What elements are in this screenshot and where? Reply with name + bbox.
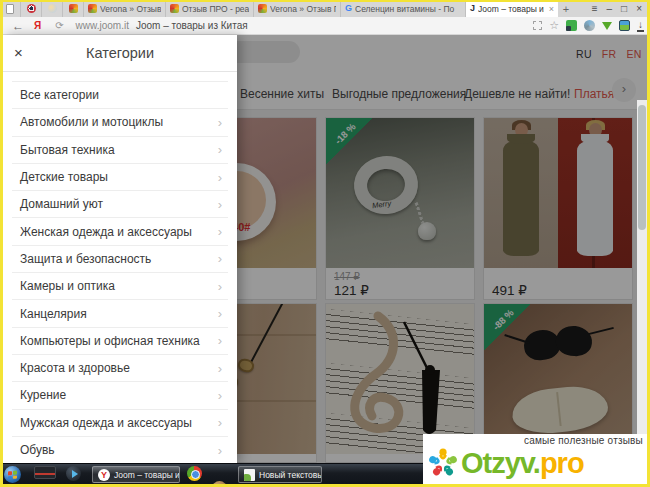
tab-title: Verona » Отзыв ПРО - реа: [100, 4, 161, 14]
tab-title: Joom – товары из Кита: [478, 4, 544, 14]
chevron-right-icon: ›: [218, 333, 222, 348]
category-cameras[interactable]: Камеры и оптика›: [12, 273, 228, 300]
category-men[interactable]: Мужская одежда и аксессуары›: [12, 410, 228, 437]
brand-otzyv: Otzyv.: [461, 445, 540, 481]
back-icon[interactable]: ←: [12, 19, 24, 33]
restore-icon[interactable]: □: [621, 3, 627, 14]
panel-header: × Категории: [3, 35, 237, 72]
tab-google-search[interactable]: G Селенцин витамины - По: [341, 0, 466, 17]
adblock-extension-icon[interactable]: [566, 20, 577, 31]
chrome-icon[interactable]: [187, 466, 202, 481]
category-smoking[interactable]: Курение›: [12, 382, 228, 409]
bookmark-star-icon[interactable]: ☆: [549, 20, 559, 31]
category-women[interactable]: Женская одежда и аксессуары›: [12, 218, 228, 245]
tab-joom-active[interactable]: J Joom – товары из Кита ×: [466, 0, 558, 17]
target-icon: [27, 4, 36, 13]
category-beauty[interactable]: Красота и здоровье›: [12, 355, 228, 382]
address-bar-actions: ☆ ↓: [533, 20, 650, 32]
tab-verona-2[interactable]: Verona » Отзыв ПРО - реа: [254, 0, 341, 17]
window-controls: ≡ – □ ×: [588, 0, 650, 17]
savefrom-extension-icon[interactable]: [602, 22, 612, 30]
frame-border: [0, 0, 650, 2]
otzyv-pinwheel-icon: [425, 445, 461, 481]
media-extension-icon[interactable]: [619, 20, 630, 31]
page-scrollbar[interactable]: [637, 100, 647, 463]
scrollbar-thumb[interactable]: [638, 105, 646, 230]
download-icon[interactable]: ↓: [637, 20, 644, 32]
yandex-logo-icon[interactable]: Я: [34, 20, 41, 31]
category-all[interactable]: Все категории: [12, 82, 228, 109]
screenshot-root: Verona » Отзыв ПРО - реа Отзыв ПРО - реа…: [0, 0, 650, 487]
frame-border: [0, 0, 3, 487]
chevron-right-icon: ›: [218, 279, 222, 294]
tab-close-icon[interactable]: ×: [547, 4, 554, 14]
minimize-icon[interactable]: –: [607, 3, 613, 14]
chevron-right-icon: ›: [218, 443, 222, 458]
tab-pinned-4[interactable]: [63, 0, 84, 17]
tab-pinned-3[interactable]: [42, 0, 63, 17]
google-favicon: G: [345, 4, 352, 13]
text-document-icon: [244, 469, 255, 481]
tab-title: Селенцин витамины - По: [355, 4, 461, 14]
otzyv-pro-watermark: самые полезные отзывы Otzyv.pro: [423, 434, 647, 484]
category-appliances[interactable]: Бытовая техника›: [12, 137, 228, 164]
yandex-browser-icon: Y: [98, 469, 110, 481]
address-bar: ← Я ⟳ www.joom.it Joom – товары из Китая…: [0, 17, 650, 35]
page-actions-icon[interactable]: [533, 21, 542, 30]
tab-pinned-1[interactable]: [0, 0, 21, 17]
chevron-right-icon: ›: [218, 170, 222, 185]
category-shoes[interactable]: Обувь›: [12, 437, 228, 463]
category-computers[interactable]: Компьютеры и офисная техника›: [12, 328, 228, 355]
chevron-right-icon: ›: [218, 306, 222, 321]
category-auto[interactable]: Автомобили и мотоциклы›: [12, 109, 228, 136]
chevron-right-icon: ›: [218, 224, 222, 239]
tab-otzyv-pro[interactable]: Отзыв ПРО - реальные от: [166, 0, 254, 17]
otzyv-favicon: [170, 4, 179, 13]
category-security[interactable]: Защита и безопасность›: [12, 246, 228, 273]
chevron-right-icon: ›: [218, 415, 222, 430]
windows-logo-icon: [8, 470, 17, 479]
chevron-right-icon: ›: [218, 388, 222, 403]
url-page-title: Joom – товары из Китая: [136, 20, 248, 31]
taskbar-task-text-document[interactable]: Новый текстовы...: [238, 466, 322, 483]
category-home[interactable]: Домашний уют›: [12, 191, 228, 218]
category-stationery[interactable]: Канцелярия›: [12, 300, 228, 327]
category-kids[interactable]: Детские товары›: [12, 164, 228, 191]
extension-icon[interactable]: [584, 20, 595, 31]
url-text[interactable]: www.joom.it: [76, 20, 129, 31]
otzyv-favicon: [88, 4, 97, 13]
tab-pinned-2[interactable]: [21, 0, 42, 17]
chevron-right-icon: ›: [218, 361, 222, 376]
start-button[interactable]: [4, 466, 21, 483]
close-icon[interactable]: ×: [636, 3, 642, 14]
otzyv-favicon: [258, 4, 267, 13]
tab-verona-1[interactable]: Verona » Отзыв ПРО - реа: [84, 0, 166, 17]
brand-pro: pro: [540, 445, 584, 481]
blank-page-icon: [6, 4, 14, 14]
tab-title: Verona » Отзыв ПРО - реа: [270, 4, 336, 14]
chevron-right-icon: ›: [218, 251, 222, 266]
browser-menu-icon[interactable]: ≡: [592, 3, 598, 14]
chevron-right-icon: ›: [218, 197, 222, 212]
new-tab-button[interactable]: +: [558, 0, 574, 17]
browser-tab-bar: Verona » Отзыв ПРО - реа Отзыв ПРО - реа…: [0, 0, 650, 17]
taskbar-task-joom[interactable]: Y Joom – товары и...: [92, 466, 180, 483]
category-list: Все категории Автомобили и мотоциклы› Бы…: [12, 81, 228, 463]
reload-icon[interactable]: ⟳: [55, 20, 63, 31]
flower-icon: [69, 4, 78, 13]
joom-favicon: J: [470, 4, 475, 13]
cloud-icon: [48, 4, 57, 13]
tab-title: Отзыв ПРО - реальные от: [182, 4, 249, 14]
media-player-icon[interactable]: [66, 466, 81, 481]
panel-title: Категории: [3, 45, 237, 61]
chevron-right-icon: ›: [218, 115, 222, 130]
taskbar-device-icon[interactable]: [34, 466, 56, 479]
categories-panel: × Категории Все категории Автомобили и м…: [3, 35, 237, 463]
chevron-right-icon: ›: [218, 142, 222, 157]
